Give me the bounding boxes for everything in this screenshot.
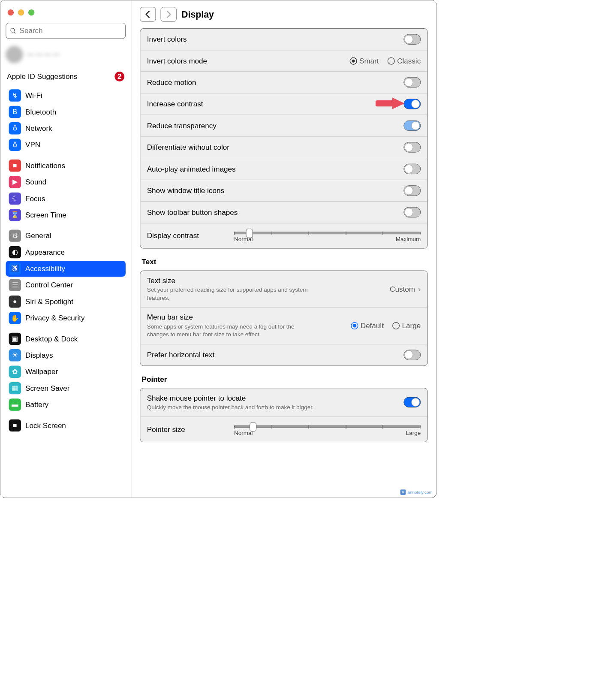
- slider[interactable]: NormalMaximum: [234, 229, 421, 243]
- moon-icon: ☾: [9, 193, 21, 205]
- sidebar-item-label: Notifications: [25, 161, 65, 170]
- sidebar-item-desktop-dock[interactable]: ▣Desktop & Dock: [6, 331, 126, 347]
- row-label: Text size: [147, 276, 318, 285]
- sidebar-item-focus[interactable]: ☾Focus: [6, 190, 126, 206]
- toggle[interactable]: [403, 207, 421, 217]
- lock-icon: ■: [9, 419, 21, 431]
- sidebar-item-label: Wallpaper: [25, 368, 58, 376]
- setting-row-display-contrast: Display contrastNormalMaximum: [140, 223, 427, 248]
- accessibility-icon: ♿: [9, 262, 21, 275]
- appearance-icon: ◐: [9, 246, 21, 258]
- row-label: Shake mouse pointer to locate: [147, 394, 314, 402]
- radio-option-smart[interactable]: Smart: [349, 57, 379, 65]
- toggle[interactable]: [403, 77, 421, 88]
- profile-name: — — — —: [27, 51, 60, 59]
- row-label: Display contrast: [147, 232, 226, 240]
- toggle[interactable]: [403, 185, 421, 196]
- sidebar-item-wallpaper[interactable]: ✿Wallpaper: [6, 364, 126, 380]
- sidebar-item-label: Displays: [25, 351, 53, 359]
- row-label: Reduce motion: [147, 78, 196, 87]
- row-label: Increase contrast: [147, 100, 203, 108]
- setting-row-show-toolbar-button-shapes: Show toolbar button shapes: [140, 202, 427, 223]
- screensaver-icon: ▦: [9, 382, 21, 394]
- setting-row-invert-colors-mode: Invert colors modeSmartClassic: [140, 50, 427, 72]
- chevron-left-icon: [145, 10, 151, 18]
- setting-row-increase-contrast: Increase contrast: [140, 94, 427, 115]
- setting-row-text-size: Text sizeSet your preferred reading size…: [140, 271, 427, 308]
- sidebar-item-sound[interactable]: ▶Sound: [6, 174, 126, 190]
- toggle[interactable]: [403, 34, 421, 45]
- wallpaper-icon: ✿: [9, 365, 21, 377]
- toggle[interactable]: [403, 164, 421, 174]
- radio-option-default[interactable]: Default: [351, 321, 384, 330]
- sidebar-item-label: Desktop & Dock: [25, 335, 78, 343]
- sidebar-item-screen-time[interactable]: ⌛Screen Time: [6, 207, 126, 223]
- sidebar-item-general[interactable]: ⚙General: [6, 228, 126, 244]
- search-input[interactable]: [20, 27, 122, 35]
- radio-label: Default: [361, 321, 384, 330]
- text-section-title: Text: [142, 258, 426, 266]
- sidebar-item-screen-saver[interactable]: ▦Screen Saver: [6, 380, 126, 396]
- radio-label: Classic: [397, 57, 421, 65]
- sidebar-item-displays[interactable]: ☀Displays: [6, 347, 126, 363]
- sidebar-item-notifications[interactable]: ■Notifications: [6, 158, 126, 174]
- toggle[interactable]: [403, 142, 421, 152]
- dock-icon: ▣: [9, 333, 21, 345]
- forward-button[interactable]: [161, 7, 177, 21]
- pointer-settings-panel: Shake mouse pointer to locateQuickly mov…: [140, 388, 427, 442]
- row-label: Show window title icons: [147, 186, 224, 195]
- search-field[interactable]: [6, 23, 126, 39]
- sliders-icon: ☰: [9, 279, 21, 291]
- sidebar-item-appearance[interactable]: ◐Appearance: [6, 244, 126, 260]
- row-label: Invert colors mode: [147, 57, 207, 65]
- radio-option-large[interactable]: Large: [392, 321, 421, 330]
- sidebar-item-privacy-security[interactable]: ✋Privacy & Security: [6, 310, 126, 326]
- toggle[interactable]: [403, 121, 421, 131]
- sidebar-item-wi-fi[interactable]: ↯Wi-Fi: [6, 88, 126, 103]
- slider-knob[interactable]: [250, 422, 256, 431]
- sidebar-item-control-center[interactable]: ☰Control Center: [6, 277, 126, 293]
- toggle[interactable]: [403, 397, 421, 407]
- sidebar-item-network[interactable]: ♁Network: [6, 121, 126, 136]
- sidebar-item-bluetooth[interactable]: BBluetooth: [6, 104, 126, 120]
- text-settings-panel: Text sizeSet your preferred reading size…: [140, 271, 427, 366]
- sidebar-item-label: Focus: [25, 194, 45, 203]
- sidebar-item-lock-screen[interactable]: ■Lock Screen: [6, 417, 126, 433]
- apple-id-profile[interactable]: — — — —: [6, 46, 126, 63]
- toggle[interactable]: [403, 350, 421, 360]
- apple-id-suggestions[interactable]: Apple ID Suggestions 2: [6, 69, 126, 88]
- radio-option-classic[interactable]: Classic: [387, 57, 421, 65]
- hand-icon: ✋: [9, 312, 21, 324]
- slider[interactable]: NormalLarge: [234, 422, 421, 437]
- sidebar-item-label: Accessibility: [25, 264, 65, 273]
- setting-row-auto-play-animated-images: Auto-play animated images: [140, 158, 427, 180]
- page-title: Display: [181, 9, 214, 19]
- sidebar-item-label: Lock Screen: [25, 421, 66, 430]
- setting-row-menu-bar-size: Menu bar sizeSome apps or system feature…: [140, 308, 427, 344]
- row-label: Reduce transparency: [147, 121, 217, 130]
- row-label: Invert colors: [147, 35, 187, 44]
- minimize-window-button[interactable]: [18, 9, 24, 15]
- sidebar-item-vpn[interactable]: ♁VPN: [6, 137, 126, 153]
- slider-knob[interactable]: [246, 229, 253, 238]
- toggle[interactable]: [403, 99, 421, 109]
- display-settings-panel: Invert colorsInvert colors modeSmartClas…: [140, 28, 427, 248]
- row-description: Set your preferred reading size for supp…: [147, 286, 318, 302]
- setting-row-reduce-transparency: Reduce transparency: [140, 115, 427, 136]
- maximize-window-button[interactable]: [28, 9, 34, 15]
- row-label: Menu bar size: [147, 313, 318, 322]
- search-icon: [10, 27, 17, 34]
- row-label: Auto-play animated images: [147, 165, 236, 173]
- radio-label: Large: [402, 321, 421, 330]
- sidebar-item-battery[interactable]: ▬Battery: [6, 397, 126, 413]
- slider-max-label: Large: [406, 430, 421, 437]
- disclosure-link[interactable]: Custom›: [390, 284, 421, 294]
- network-icon: ♁: [9, 122, 21, 134]
- sidebar-item-accessibility[interactable]: ♿Accessibility: [6, 261, 126, 277]
- sidebar-item-siri-spotlight[interactable]: ●Siri & Spotlight: [6, 294, 126, 310]
- back-button[interactable]: [140, 7, 156, 21]
- radio-label: Smart: [359, 57, 379, 65]
- sidebar-item-label: Screen Saver: [25, 384, 69, 392]
- close-window-button[interactable]: [8, 9, 14, 15]
- bluetooth-icon: B: [9, 106, 21, 118]
